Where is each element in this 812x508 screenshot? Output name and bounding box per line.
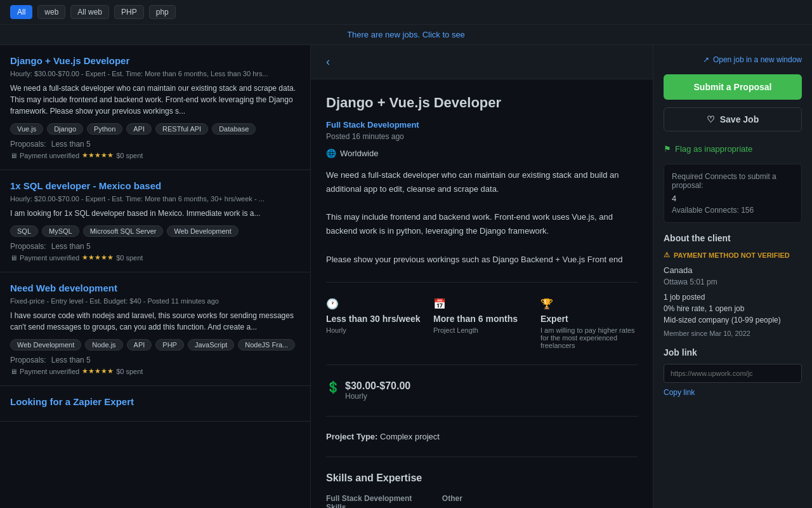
job-card-1-desc: We need a full-stack developer who can m…: [10, 83, 300, 117]
job-card-4[interactable]: Looking for a Zapier Expert: [0, 386, 310, 422]
job-card-2-tags: SQL MySQL Microsoft SQL Server Web Devel…: [10, 225, 300, 237]
connects-title: Required Connects to submit a proposal:: [672, 172, 794, 190]
credit-card-icon-2: 🖥: [10, 254, 17, 262]
payment-status-text: Payment unverified: [20, 152, 79, 159]
trophy-icon: 🏆: [540, 298, 638, 310]
proposals-label-2: Proposals:: [10, 242, 46, 251]
flag-text: Flag as inappropriate: [675, 144, 752, 154]
copy-link[interactable]: Copy link: [664, 388, 802, 397]
amount-spent: $0 spent: [116, 152, 143, 159]
job-card-2-proposals: Proposals: Less than 5: [10, 242, 300, 251]
hours-value: Less than 30 hrs/week: [326, 314, 423, 324]
other-skills: Other Django Python API RESTful API Data…: [442, 494, 638, 508]
save-job-button[interactable]: ♡ Save Job: [664, 107, 802, 131]
rating-stars-2: ★★★★★: [82, 253, 114, 262]
job-category: Full Stack Development: [326, 120, 419, 130]
tag-restful: RESTful API: [155, 123, 208, 135]
proposals-value-3: Less than 5: [51, 356, 91, 364]
tag-php2: PHP: [155, 339, 184, 351]
member-since: Member since Mar 10, 2022: [664, 330, 802, 337]
location-row: 🌐 Worldwide: [326, 149, 638, 158]
filter-tag-web[interactable]: web: [37, 5, 65, 19]
money-icon: 💲: [326, 380, 340, 394]
duration-value: More than 6 months: [433, 314, 530, 324]
job-detail-title: Django + Vue.js Developer: [326, 95, 638, 111]
detail-content: Django + Vue.js Developer Full Stack Dev…: [311, 79, 653, 508]
filter-tag-php[interactable]: PHP: [114, 5, 144, 19]
calendar-icon: 📅: [433, 298, 530, 310]
proposals-label: Proposals:: [10, 140, 46, 149]
job-card-1[interactable]: Django + Vue.js Developer Hourly: $30.00…: [0, 45, 310, 170]
project-type-row: Project Type: Complex project: [326, 432, 638, 457]
job-card-3[interactable]: Need Web development Fixed-price - Entry…: [0, 272, 310, 386]
rate-value: $30.00-$70.00: [345, 380, 410, 392]
tag-python: Python: [87, 123, 122, 135]
payment-status: PAYMENT METHOD NOT VERIFIED: [674, 251, 790, 259]
payment-status-text-3: Payment unverified: [20, 368, 79, 375]
job-card-2-meta: Hourly: $20.00-$70.00 - Expert - Est. Ti…: [10, 195, 300, 203]
proposals-value-2: Less than 5: [51, 242, 91, 251]
rate-section: 💲 $30.00-$70.00 Hourly: [326, 380, 638, 417]
client-time-value: 5:01 pm: [690, 277, 717, 286]
tag-api2: API: [127, 339, 152, 351]
client-city-time: Ottawa 5:01 pm: [664, 277, 802, 286]
submit-proposal-button[interactable]: Submit a Proposal: [664, 74, 802, 100]
job-card-3-payment: 🖥 Payment unverified ★★★★★ $0 spent: [10, 367, 300, 375]
connects-section: Required Connects to submit a proposal: …: [664, 164, 802, 223]
tag-database: Database: [212, 123, 256, 135]
stat-level: 🏆 Expert I am willing to pay higher rate…: [540, 298, 638, 349]
skills-columns: Full Stack Development Skills Vue.js Oth…: [326, 494, 638, 508]
stat-hours: 🕐 Less than 30 hrs/week Hourly: [326, 298, 423, 349]
filter-tag-all[interactable]: All: [10, 5, 32, 19]
main-layout: Django + Vue.js Developer Hourly: $30.00…: [0, 45, 812, 508]
open-job-link[interactable]: ↗ Open job in a new window: [664, 55, 802, 64]
rate-info: $30.00-$70.00 Hourly: [345, 380, 410, 401]
credit-card-icon-3: 🖥: [10, 368, 17, 375]
notification-text: There are new jobs. Click to see: [347, 30, 465, 39]
filter-tag-allweb[interactable]: All web: [70, 5, 109, 19]
tag-api: API: [126, 123, 152, 135]
tag-webdev2: Web Development: [10, 339, 81, 351]
posted-time: Posted 16 minutes ago: [326, 132, 638, 141]
job-card-2-payment: 🖥 Payment unverified ★★★★★ $0 spent: [10, 253, 300, 262]
proposals-label-3: Proposals:: [10, 356, 46, 364]
job-card-1-title: Django + Vue.js Developer: [10, 55, 300, 66]
client-city: Ottawa: [664, 277, 688, 286]
rating-stars-3: ★★★★★: [82, 367, 114, 375]
location-text: Worldwide: [340, 149, 378, 158]
about-client-title: About the client: [664, 233, 802, 243]
tag-mssql: Microsoft SQL Server: [83, 225, 164, 237]
client-country: Canada: [664, 265, 802, 275]
job-card-4-title: Looking for a Zapier Expert: [10, 396, 300, 407]
tag-mysql: MySQL: [42, 225, 79, 237]
job-link-input[interactable]: [664, 364, 802, 383]
skills-section: Skills and Expertise Full Stack Developm…: [326, 472, 638, 508]
hours-label: Hourly: [326, 326, 423, 334]
job-link-title: Job link: [664, 347, 802, 358]
tag-nodejs: Node.js: [85, 339, 122, 351]
project-type-value: Complex project: [380, 432, 440, 441]
sidebar: ↗ Open job in a new window Submit a Prop…: [653, 45, 812, 508]
other-col-title: Other: [442, 494, 638, 503]
filter-tag-php2[interactable]: php: [149, 5, 176, 19]
notification-bar[interactable]: There are new jobs. Click to see: [0, 25, 812, 45]
job-stats-grid: 🕐 Less than 30 hrs/week Hourly 📅 More th…: [326, 298, 638, 365]
connects-value: 4: [672, 194, 794, 203]
flag-link[interactable]: ⚑ Flag as inappropriate: [664, 144, 802, 154]
about-client-section: About the client ⚠ PAYMENT METHOD NOT VE…: [664, 233, 802, 337]
tag-nodejs-fra: NodeJS Fra...: [238, 339, 295, 351]
back-button[interactable]: ‹: [321, 53, 335, 71]
skills-title: Skills and Expertise: [326, 472, 638, 484]
company-size: Mid-sized company (10-99 people): [664, 316, 802, 324]
job-card-1-proposals: Proposals: Less than 5: [10, 140, 300, 149]
external-link-icon: ↗: [703, 55, 709, 64]
job-card-2[interactable]: 1x SQL developer - Mexico based Hourly: …: [0, 170, 310, 272]
job-link-section: Job link Copy link: [664, 347, 802, 397]
job-card-1-meta: Hourly: $30.00-$70.00 - Expert - Est. Ti…: [10, 70, 300, 77]
open-job-text: Open job in a new window: [713, 55, 802, 64]
payment-badge: ⚠ PAYMENT METHOD NOT VERIFIED: [664, 251, 802, 259]
job-card-2-desc: I am looking for 1x SQL developer based …: [10, 208, 300, 219]
job-description: We need a full-stack developer who can m…: [326, 168, 638, 283]
connects-available: Available Connects: 156: [672, 206, 794, 215]
detail-header: ‹: [311, 45, 653, 79]
